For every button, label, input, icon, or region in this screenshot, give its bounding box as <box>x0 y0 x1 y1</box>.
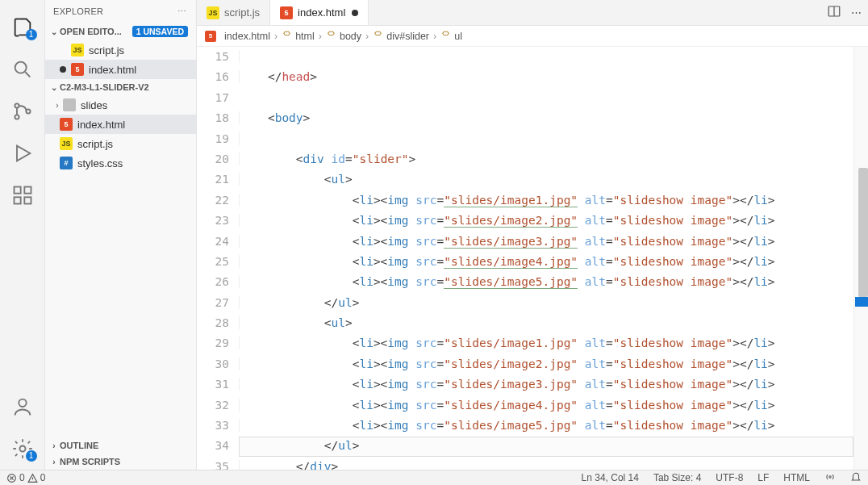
status-segment[interactable]: LF <box>757 472 769 483</box>
status-problems[interactable]: 0 0 <box>6 472 45 483</box>
svg-point-8 <box>19 399 26 407</box>
minimap-marker <box>855 297 868 307</box>
explorer-badge: 1 <box>26 29 37 40</box>
section-open-editors[interactable]: ⌄ OPEN EDITO... 1 UNSAVED <box>45 23 196 40</box>
workbench: 1 1 EXPLORER ⋯ ⌄ OPEN EDITO... 1 UNSAVED… <box>0 0 868 470</box>
svg-point-12 <box>829 475 831 477</box>
settings-badge: 1 <box>26 450 37 462</box>
tree-item[interactable]: ›slides <box>45 95 196 115</box>
section-npm-scripts[interactable]: › NPM SCRIPTS <box>45 454 196 470</box>
svg-point-0 <box>15 62 26 73</box>
activity-bar: 1 1 <box>0 0 45 470</box>
svg-point-2 <box>15 115 19 119</box>
open-editor-item[interactable]: JSscript.js <box>45 40 196 60</box>
status-segment[interactable]: Tab Size: 4 <box>653 472 701 483</box>
symbol-icon <box>373 30 383 43</box>
run-debug-icon[interactable] <box>11 142 34 165</box>
css-file-icon: # <box>60 157 73 169</box>
project-label: C2-M3-L1-SLIDER-V2 <box>60 82 149 92</box>
chevron-right-icon: › <box>432 31 438 42</box>
code-editor[interactable]: 1516171819202122232425262728293031323334… <box>197 47 868 470</box>
section-project[interactable]: ⌄ C2-M3-L1-SLIDER-V2 <box>45 79 196 95</box>
html-file-icon: 5 <box>71 63 84 76</box>
breadcrumb-item[interactable]: 5index.html <box>205 31 270 42</box>
modified-dot-icon <box>60 66 66 73</box>
file-label: styles.css <box>77 157 123 169</box>
tree-item[interactable]: 5index.html <box>45 115 196 134</box>
breadcrumb-label: html <box>295 31 315 42</box>
open-editors-label: OPEN EDITO... <box>60 27 122 36</box>
editor-group: JSscript.js5index.html ⋯ 5index.html›htm… <box>197 0 868 470</box>
svg-point-9 <box>19 446 25 452</box>
minimap-thumb[interactable] <box>858 168 868 297</box>
file-label: index.html <box>77 119 125 131</box>
file-label: index.html <box>89 64 136 76</box>
chevron-right-icon: › <box>364 31 370 42</box>
svg-point-1 <box>15 103 19 107</box>
chevron-right-icon: › <box>50 458 58 466</box>
breadcrumb-item[interactable]: div#slider <box>373 30 429 43</box>
search-icon[interactable] <box>11 58 34 81</box>
error-count: 0 <box>19 472 25 483</box>
npm-label: NPM SCRIPTS <box>60 457 120 466</box>
breadcrumb-item[interactable]: body <box>326 30 361 43</box>
unsaved-badge: 1 UNSAVED <box>132 26 188 37</box>
sidebar-more-icon[interactable]: ⋯ <box>177 6 188 17</box>
editor-tab[interactable]: 5index.html <box>270 0 369 25</box>
breadcrumb-item[interactable]: html <box>282 30 315 43</box>
breadcrumb-label: div#slider <box>386 31 429 42</box>
chevron-right-icon: › <box>50 441 58 450</box>
open-editor-item[interactable]: 5index.html <box>45 60 196 79</box>
tree-item[interactable]: #styles.css <box>45 153 196 173</box>
svg-rect-6 <box>14 197 20 203</box>
source-control-icon[interactable] <box>11 100 34 123</box>
svg-rect-5 <box>24 187 31 194</box>
status-segment[interactable]: Ln 34, Col 14 <box>582 472 639 483</box>
code-content[interactable]: </head> <body> <div id="slider"> <ul> <l… <box>239 47 853 470</box>
bell-icon[interactable] <box>850 471 862 485</box>
sidebar-title-text: EXPLORER <box>53 6 103 16</box>
chevron-down-icon: ⌄ <box>50 83 58 92</box>
chevron-right-icon: › <box>317 31 323 42</box>
js-file-icon: JS <box>60 137 73 150</box>
breadcrumb-label: ul <box>454 31 462 42</box>
symbol-icon <box>440 30 451 43</box>
account-icon[interactable] <box>11 395 34 418</box>
explorer-sidebar: EXPLORER ⋯ ⌄ OPEN EDITO... 1 UNSAVED JSs… <box>45 0 197 470</box>
status-segment[interactable]: HTML <box>783 472 810 483</box>
breadcrumbs[interactable]: 5index.html›html›body›div#slider›ul <box>197 26 868 47</box>
tree-item[interactable]: JSscript.js <box>45 134 196 153</box>
modified-dot-icon <box>352 10 358 16</box>
editor-tabs: JSscript.js5index.html ⋯ <box>197 0 868 26</box>
file-label: slides <box>81 99 107 111</box>
tab-label: index.html <box>298 6 345 19</box>
svg-rect-4 <box>14 187 20 194</box>
folder-file-icon <box>63 98 76 111</box>
js-file-icon: JS <box>207 6 219 19</box>
html-file-icon: 5 <box>205 31 216 42</box>
extensions-icon[interactable] <box>11 184 34 207</box>
warning-count: 0 <box>40 472 46 483</box>
breadcrumb-item[interactable]: ul <box>440 30 462 43</box>
status-segment[interactable]: UTF-8 <box>716 472 743 483</box>
chevron-right-icon: › <box>53 101 61 110</box>
file-label: script.js <box>77 138 113 150</box>
breadcrumb-label: body <box>340 31 361 42</box>
section-outline[interactable]: › OUTLINE <box>45 437 196 454</box>
status-bar: 0 0 Ln 34, Col 14Tab Size: 4UTF-8LFHTML <box>0 470 868 485</box>
minimap[interactable] <box>853 47 868 470</box>
tab-label: script.js <box>224 6 260 19</box>
line-numbers: 1516171819202122232425262728293031323334… <box>197 47 239 470</box>
settings-gear-icon[interactable]: 1 <box>11 437 34 460</box>
editor-more-icon[interactable]: ⋯ <box>851 6 862 19</box>
editor-tab[interactable]: JSscript.js <box>197 0 270 25</box>
sidebar-title: EXPLORER ⋯ <box>45 0 196 23</box>
symbol-icon <box>282 30 292 43</box>
chevron-down-icon: ⌄ <box>50 27 58 36</box>
js-file-icon: JS <box>71 44 84 56</box>
split-editor-icon[interactable] <box>827 4 841 21</box>
html-file-icon: 5 <box>60 118 73 131</box>
explorer-icon[interactable]: 1 <box>11 16 34 39</box>
breadcrumb-label: index.html <box>224 31 270 42</box>
broadcast-icon[interactable] <box>824 471 836 485</box>
